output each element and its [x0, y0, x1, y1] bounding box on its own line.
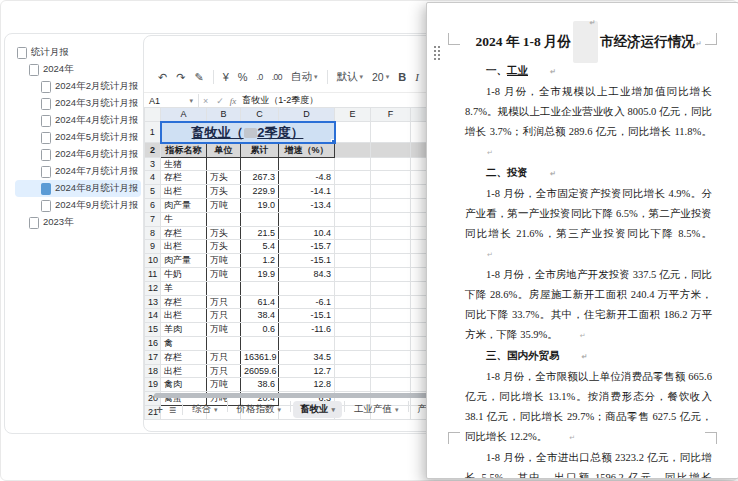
cell[interactable]	[371, 185, 411, 199]
row-number[interactable]: 10	[145, 254, 161, 268]
unit-cell[interactable]: 万头	[207, 171, 241, 185]
cell[interactable]	[335, 350, 371, 364]
value-cell[interactable]: 0.6	[241, 323, 279, 337]
add-sheet-icon[interactable]: +	[156, 403, 163, 417]
growth-cell[interactable]: 34.5	[279, 350, 335, 364]
cell[interactable]	[335, 378, 371, 392]
row-number[interactable]: 3	[145, 157, 161, 171]
cell[interactable]	[371, 309, 411, 323]
cell[interactable]	[241, 281, 279, 295]
cell[interactable]	[241, 212, 279, 226]
row-number[interactable]: 2	[145, 143, 161, 157]
row-number[interactable]: 12	[145, 281, 161, 295]
growth-cell[interactable]: 84.3	[279, 267, 335, 281]
cell[interactable]	[335, 185, 371, 199]
value-cell[interactable]: 38.4	[241, 309, 279, 323]
tree-item-month[interactable]: 2024年7月统计月报	[15, 163, 141, 180]
group-cell[interactable]: 禽	[161, 336, 207, 350]
font-dropdown[interactable]: 默认▾	[337, 70, 364, 84]
format-painter-icon[interactable]: ✎	[194, 71, 203, 84]
sheet-tab-2[interactable]: 价格指数▾	[230, 401, 289, 418]
cell[interactable]	[335, 267, 371, 281]
value-cell[interactable]: 61.4	[241, 295, 279, 309]
unit-cell[interactable]: 万只	[207, 350, 241, 364]
cell[interactable]	[335, 171, 371, 185]
increase-decimal-icon[interactable]: .00	[272, 72, 282, 82]
column-header-B[interactable]: B	[207, 108, 241, 122]
value-cell[interactable]: 19.9	[241, 267, 279, 281]
decrease-decimal-icon[interactable]: .0	[257, 72, 263, 82]
cell[interactable]	[335, 323, 371, 337]
undo-icon[interactable]: ↶	[158, 71, 167, 84]
cell[interactable]	[279, 157, 335, 171]
cell[interactable]	[371, 378, 411, 392]
row-number[interactable]: 16	[145, 336, 161, 350]
cell[interactable]	[371, 143, 411, 157]
growth-cell[interactable]: 10.4	[279, 226, 335, 240]
indicator-cell[interactable]: 肉产量	[161, 198, 207, 212]
indicator-cell[interactable]: 存栏	[161, 226, 207, 240]
header-cell[interactable]: 增速（%）	[279, 143, 335, 157]
indicator-cell[interactable]: 肉产量	[161, 254, 207, 268]
cell[interactable]	[371, 122, 411, 143]
growth-cell[interactable]: -6.1	[279, 295, 335, 309]
value-cell[interactable]: 19.0	[241, 198, 279, 212]
row-number[interactable]: 5	[145, 185, 161, 199]
row-number[interactable]: 6	[145, 198, 161, 212]
sheet-tab-3[interactable]: 畜牧业▾	[293, 401, 342, 418]
indicator-cell[interactable]: 羊肉	[161, 323, 207, 337]
cell[interactable]	[371, 295, 411, 309]
value-cell[interactable]: 26059.6	[241, 364, 279, 378]
currency-format-icon[interactable]: ¥	[223, 71, 229, 83]
tree-item-month[interactable]: 2024年5月统计月报	[15, 129, 141, 146]
row-number[interactable]: 9	[145, 240, 161, 254]
cell[interactable]	[207, 212, 241, 226]
cell[interactable]	[335, 198, 371, 212]
cell[interactable]	[335, 309, 371, 323]
unit-cell[interactable]: 万只	[207, 309, 241, 323]
column-header-A[interactable]: A	[161, 108, 207, 122]
cell[interactable]	[371, 254, 411, 268]
unit-cell[interactable]: 万吨	[207, 323, 241, 337]
drag-handle-icon[interactable]	[434, 46, 441, 61]
row-number[interactable]: 14	[145, 309, 161, 323]
row-number[interactable]: 7	[145, 212, 161, 226]
cell[interactable]	[371, 267, 411, 281]
row-number[interactable]: 8	[145, 226, 161, 240]
row-number[interactable]: 17	[145, 350, 161, 364]
cell[interactable]	[371, 212, 411, 226]
row-number[interactable]: 11	[145, 267, 161, 281]
tree-item-month[interactable]: 2024年3月统计月报	[15, 95, 141, 112]
unit-cell[interactable]: 万头	[207, 185, 241, 199]
word-document-page[interactable]: ↵ 2024 年 1-8 月份市经济运行情况↵ 一、工业↵1-8 月份，全市规模…	[426, 2, 738, 479]
group-cell[interactable]: 牛	[161, 212, 207, 226]
cell[interactable]	[371, 281, 411, 295]
cell[interactable]	[371, 323, 411, 337]
cancel-icon[interactable]: ×	[203, 96, 208, 106]
cell[interactable]	[241, 336, 279, 350]
cell[interactable]	[371, 226, 411, 240]
growth-cell[interactable]: -13.4	[279, 198, 335, 212]
unit-cell[interactable]: 万吨	[207, 198, 241, 212]
horizontal-scrollbar[interactable]	[154, 393, 430, 398]
cell[interactable]	[335, 281, 371, 295]
cell[interactable]	[371, 171, 411, 185]
tree-item-month[interactable]: 2024年4月统计月报	[15, 112, 141, 129]
header-cell[interactable]: 指标名称	[161, 143, 207, 157]
unit-cell[interactable]: 万头	[207, 226, 241, 240]
column-header-F[interactable]: F	[371, 108, 411, 122]
unit-cell[interactable]: 万吨	[207, 267, 241, 281]
cell[interactable]	[241, 157, 279, 171]
cell[interactable]	[335, 157, 371, 171]
growth-cell[interactable]: -15.7	[279, 240, 335, 254]
unit-cell[interactable]: 万吨	[207, 378, 241, 392]
unit-cell[interactable]: 万只	[207, 295, 241, 309]
tree-item-month[interactable]: 2024年2月统计月报	[15, 78, 141, 95]
value-cell[interactable]: 229.9	[241, 185, 279, 199]
row-number[interactable]: 19	[145, 378, 161, 392]
cell[interactable]	[371, 240, 411, 254]
value-cell[interactable]: 267.3	[241, 171, 279, 185]
tree-item-root[interactable]: 统计月报	[15, 44, 141, 61]
row-number[interactable]: 15	[145, 323, 161, 337]
tree-item-month[interactable]: 2024年9月统计月报	[15, 197, 141, 214]
